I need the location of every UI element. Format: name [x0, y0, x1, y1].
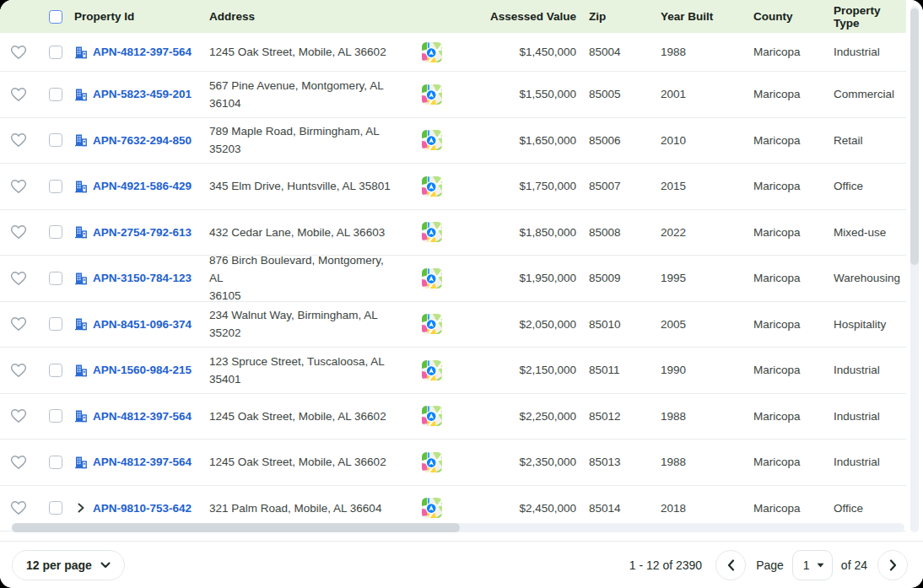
year-built-cell: 2022 [652, 226, 745, 239]
zip-cell: 85008 [580, 226, 652, 239]
chevron-down-icon [100, 562, 111, 569]
year-built-cell: 1995 [652, 272, 745, 284]
map-link-button[interactable] [422, 268, 442, 289]
assessed-value-cell: $1,450,000 [456, 46, 580, 58]
favorite-button[interactable] [10, 271, 27, 286]
map-link-button[interactable] [422, 42, 442, 62]
row-checkbox[interactable] [49, 225, 62, 239]
row-checkbox[interactable] [49, 501, 62, 515]
map-link-button[interactable] [422, 222, 442, 242]
vertical-scrollbar-thumb[interactable] [910, 8, 919, 265]
property-id-link[interactable]: APN-2754-792-613 [93, 226, 192, 239]
heart-icon [10, 316, 27, 332]
favorite-button[interactable] [10, 45, 27, 60]
column-header-property-id: Property Id [74, 10, 209, 23]
row-checkbox[interactable] [49, 272, 62, 285]
table-row: APN-4921-586-429 345 Elm Drive, Huntsvil… [0, 164, 906, 210]
assessed-value-cell: $2,250,000 [456, 410, 580, 423]
table-row: APN-4812-397-564 1245 Oak Street, Mobile… [0, 394, 906, 440]
zip-cell: 85004 [580, 46, 652, 58]
property-id-link[interactable]: APN-4921-586-429 [93, 180, 192, 192]
map-icon [422, 452, 442, 472]
year-built-cell: 2015 [652, 180, 745, 192]
row-checkbox[interactable] [49, 88, 62, 101]
vertical-scrollbar[interactable] [910, 6, 919, 532]
favorite-button[interactable] [10, 316, 27, 332]
favorite-button[interactable] [10, 132, 27, 148]
horizontal-scrollbar[interactable] [12, 523, 904, 532]
property-id-link[interactable]: APN-8451-096-374 [93, 318, 192, 331]
zip-cell: 85010 [580, 318, 652, 331]
row-checkbox[interactable] [49, 317, 62, 331]
page-count-label: of 24 [841, 558, 867, 572]
county-cell: Maricopa [745, 272, 825, 284]
row-checkbox[interactable] [49, 456, 62, 469]
row-checkbox[interactable] [49, 409, 62, 423]
row-checkbox[interactable] [49, 46, 62, 59]
map-icon [422, 176, 442, 197]
building-icon [74, 364, 88, 377]
heart-icon [10, 363, 27, 378]
county-cell: Maricopa [745, 502, 825, 515]
per-page-dropdown[interactable]: 12 per page [12, 550, 125, 580]
favorite-button[interactable] [10, 179, 27, 194]
map-link-button[interactable] [422, 84, 442, 105]
favorite-button[interactable] [10, 500, 27, 515]
property-type-cell: Hospitality [825, 318, 906, 331]
property-id-link[interactable]: APN-1560-984-215 [93, 364, 192, 376]
row-checkbox[interactable] [49, 133, 62, 147]
property-id-link[interactable]: APN-5823-459-201 [93, 88, 192, 100]
favorite-button[interactable] [10, 87, 27, 102]
address-cell: 345 Elm Drive, Huntsville, AL 35801 [209, 177, 408, 195]
heart-icon [10, 500, 27, 515]
zip-cell: 85009 [580, 272, 652, 284]
previous-page-button[interactable] [715, 550, 746, 580]
building-icon [74, 180, 88, 193]
property-id-link[interactable]: APN-4812-397-564 [93, 410, 192, 423]
next-page-button[interactable] [877, 550, 908, 580]
map-icon [422, 406, 442, 426]
heart-icon [10, 408, 27, 423]
favorite-button[interactable] [10, 408, 27, 423]
property-id-link[interactable]: APN-4812-397-564 [93, 456, 192, 468]
row-checkbox[interactable] [49, 180, 62, 193]
building-icon [74, 225, 88, 239]
property-id-link[interactable]: APN-3150-784-123 [93, 272, 192, 284]
row-checkbox[interactable] [49, 364, 62, 377]
select-all-checkbox[interactable] [49, 10, 62, 24]
property-id-link[interactable]: APN-9810-753-642 [93, 502, 192, 515]
heart-icon [10, 224, 27, 240]
expand-icon[interactable] [74, 503, 88, 513]
address-cell: 234 Walnut Way, Birmingham, AL 35202 [209, 306, 408, 342]
map-icon [422, 130, 442, 150]
zip-cell: 85014 [580, 502, 652, 515]
year-built-cell: 2018 [652, 502, 745, 515]
page-number-select[interactable]: 1 [792, 550, 833, 580]
result-range-label: 1 - 12 of 2390 [629, 558, 702, 572]
county-cell: Maricopa [745, 88, 825, 100]
map-link-button[interactable] [422, 498, 442, 518]
table-row: APN-3150-784-123 876 Birch Boulevard, Mo… [0, 256, 906, 302]
favorite-button[interactable] [10, 224, 27, 240]
property-id-link[interactable]: APN-4812-397-564 [93, 46, 192, 58]
property-table-window: Property Id Address Assessed Value Zip Y… [0, 0, 923, 588]
map-link-button[interactable] [422, 406, 442, 426]
map-link-button[interactable] [422, 176, 442, 197]
map-link-button[interactable] [422, 360, 442, 380]
property-table: Property Id Address Assessed Value Zip Y… [0, 0, 923, 541]
address-cell: 567 Pine Avenue, Montgomery, AL 36104 [209, 77, 408, 112]
map-link-button[interactable] [422, 452, 442, 472]
year-built-cell: 2005 [652, 318, 745, 331]
property-id-link[interactable]: APN-7632-294-850 [93, 134, 192, 147]
year-built-cell: 1988 [652, 456, 745, 468]
map-icon [422, 268, 442, 289]
caret-down-icon [817, 563, 824, 568]
map-link-button[interactable] [422, 314, 442, 334]
map-link-button[interactable] [422, 130, 442, 150]
favorite-button[interactable] [10, 455, 27, 470]
horizontal-scrollbar-thumb[interactable] [12, 523, 460, 532]
favorite-button[interactable] [10, 363, 27, 378]
property-type-cell: Industrial [825, 364, 906, 376]
table-row: APN-4812-397-564 1245 Oak Street, Mobile… [0, 33, 906, 72]
building-icon [74, 317, 88, 331]
